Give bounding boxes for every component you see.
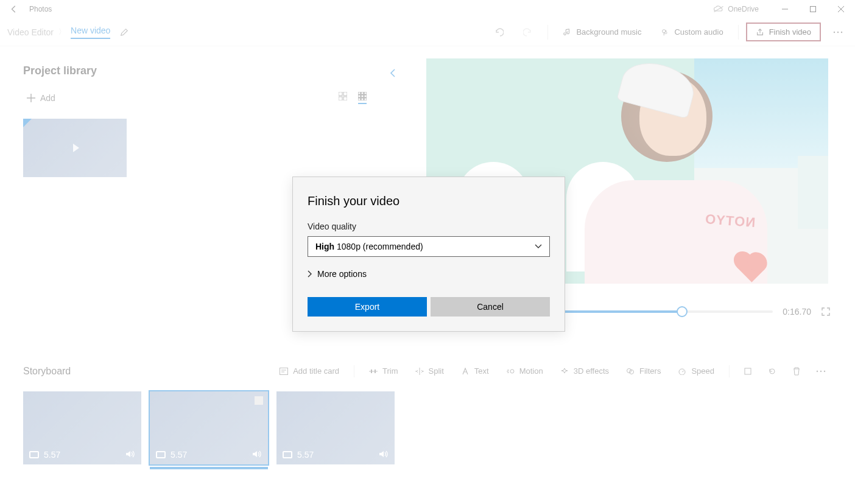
chevron-down-icon bbox=[535, 244, 542, 249]
finish-video-dialog: Finish your video Video quality High 108… bbox=[292, 177, 565, 332]
dialog-title: Finish your video bbox=[308, 194, 550, 208]
video-quality-label: Video quality bbox=[308, 222, 550, 231]
cancel-button[interactable]: Cancel bbox=[431, 297, 550, 317]
chevron-right-icon bbox=[308, 270, 312, 278]
more-options-toggle[interactable]: More options bbox=[308, 269, 550, 279]
video-quality-select[interactable]: High 1080p (recommended) bbox=[308, 236, 550, 257]
export-button[interactable]: Export bbox=[308, 297, 427, 317]
